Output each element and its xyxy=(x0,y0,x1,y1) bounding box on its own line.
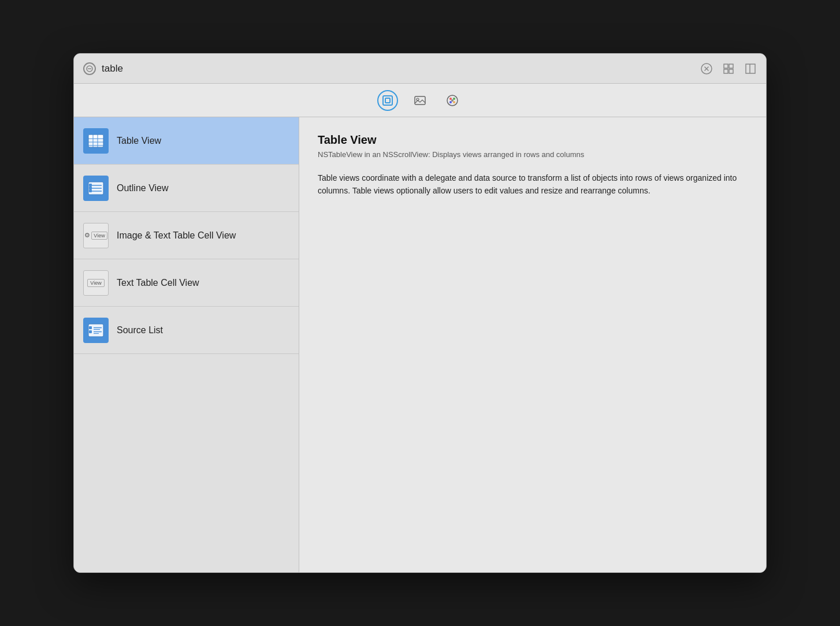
window-circle-icon[interactable] xyxy=(83,62,96,75)
image-text-cell-label: Image & Text Table Cell View xyxy=(117,230,236,241)
source-list-svg xyxy=(87,322,105,339)
close-button[interactable] xyxy=(700,62,713,75)
svg-rect-8 xyxy=(729,69,733,73)
svg-rect-34 xyxy=(89,187,92,189)
svg-rect-35 xyxy=(89,189,92,192)
detail-body: Table views coordinate with a delegate a… xyxy=(318,172,748,198)
svg-rect-33 xyxy=(89,184,92,187)
svg-rect-13 xyxy=(415,96,425,105)
source-list-icon xyxy=(83,318,109,343)
list-item-source-list[interactable]: Source List xyxy=(74,307,299,354)
table-view-icon xyxy=(83,128,109,154)
list-item-table-view[interactable]: Table View xyxy=(74,117,299,165)
detail-panel: Table View NSTableView in an NSScrollVie… xyxy=(299,117,766,572)
svg-rect-39 xyxy=(89,330,92,333)
title-bar-left: table xyxy=(83,62,123,75)
svg-rect-7 xyxy=(724,69,728,73)
image-text-cell-icon: ⚙ View xyxy=(83,223,109,248)
svg-rect-11 xyxy=(383,96,392,105)
title-bar-right xyxy=(700,62,757,75)
svg-rect-6 xyxy=(729,64,733,68)
media-tab[interactable] xyxy=(410,90,430,111)
svg-point-16 xyxy=(449,98,452,100)
grid-view-button[interactable] xyxy=(722,62,735,75)
text-cell-icon: View xyxy=(83,270,109,296)
source-list-label: Source List xyxy=(117,325,163,336)
svg-point-17 xyxy=(453,98,455,100)
main-window: table xyxy=(73,53,767,573)
table-view-label: Table View xyxy=(117,136,161,146)
outline-view-icon xyxy=(83,176,109,201)
toolbar xyxy=(74,84,766,117)
window-title: table xyxy=(102,63,123,74)
list-item-text-cell[interactable]: View Text Table Cell View xyxy=(74,259,299,307)
sidebar: Table View Outline View xyxy=(74,117,299,572)
svg-rect-5 xyxy=(724,64,728,68)
content-area: Table View Outline View xyxy=(74,117,766,572)
svg-rect-38 xyxy=(89,326,92,329)
colors-tab[interactable] xyxy=(442,90,463,111)
table-icon xyxy=(87,132,105,150)
detail-title: Table View xyxy=(318,133,748,147)
svg-point-20 xyxy=(451,99,454,102)
outline-view-label: Outline View xyxy=(117,183,169,193)
title-bar: table xyxy=(74,54,766,84)
panel-view-button[interactable] xyxy=(744,62,757,75)
svg-rect-9 xyxy=(746,64,755,73)
list-item-image-text-cell[interactable]: ⚙ View Image & Text Table Cell View xyxy=(74,212,299,259)
detail-subtitle: NSTableView in an NSScrollView: Displays… xyxy=(318,150,748,159)
svg-point-19 xyxy=(453,101,455,103)
svg-point-18 xyxy=(449,101,452,103)
list-item-outline-view[interactable]: Outline View xyxy=(74,165,299,212)
objects-tab[interactable] xyxy=(377,90,398,111)
svg-rect-12 xyxy=(385,98,390,103)
svg-rect-22 xyxy=(88,135,103,139)
outline-icon xyxy=(87,180,105,197)
text-cell-label: Text Table Cell View xyxy=(117,278,199,288)
